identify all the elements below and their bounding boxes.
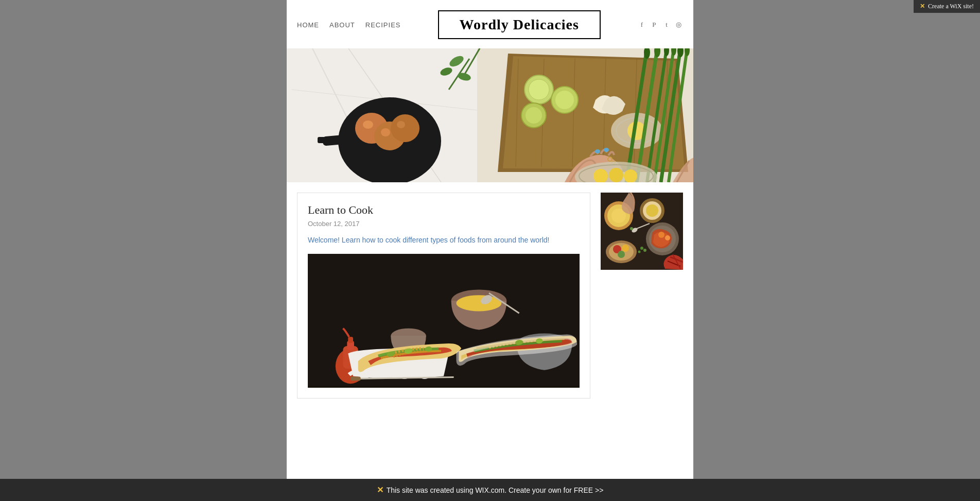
svg-point-88: [618, 251, 625, 258]
svg-point-28: [555, 91, 574, 109]
nav-bar: HOME ABOUT RECIPIES Wordly Delicacies f …: [287, 10, 693, 39]
wix-x-icon: ✕: [920, 3, 925, 10]
wix-bar-label: Create a WiX site!: [928, 3, 974, 10]
post-area: Learn to Cook October 12, 2017 Welcome! …: [297, 193, 590, 399]
svg-point-95: [643, 249, 646, 252]
svg-point-26: [529, 79, 549, 100]
nav-recipes[interactable]: RECIPIES: [365, 21, 401, 29]
svg-point-82: [658, 232, 664, 238]
post-title: Learn to Cook: [308, 203, 580, 217]
instagram-icon[interactable]: ◎: [675, 21, 683, 29]
site-wrapper: HOME ABOUT RECIPIES Wordly Delicacies f …: [287, 0, 693, 501]
bottom-bar-text: This site was created using WIX.com. Cre…: [387, 486, 604, 494]
food-svg: [308, 254, 580, 388]
svg-point-83: [665, 235, 670, 240]
svg-point-96: [638, 251, 641, 253]
hero-image: [287, 48, 693, 182]
svg-point-94: [640, 247, 643, 250]
nav-about[interactable]: ABOUT: [329, 21, 355, 29]
nav-links: HOME ABOUT RECIPIES: [297, 21, 400, 29]
svg-point-53: [609, 168, 623, 182]
svg-point-97: [630, 227, 633, 230]
sidebar: [601, 193, 683, 270]
wix-top-bar[interactable]: ✕ Create a WiX site!: [914, 0, 980, 13]
sidebar-featured-image[interactable]: [601, 193, 683, 270]
post-image: [308, 254, 580, 388]
wix-bottom-logo: ✕: [377, 485, 383, 495]
twitter-icon[interactable]: t: [662, 21, 671, 29]
svg-point-13: [397, 121, 405, 128]
post-date: October 12, 2017: [308, 220, 580, 228]
social-icons: f P t ◎: [638, 21, 683, 29]
svg-point-87: [622, 245, 629, 252]
svg-rect-7: [318, 137, 328, 143]
svg-point-30: [526, 107, 542, 124]
svg-point-46: [595, 149, 600, 153]
svg-point-11: [363, 120, 373, 129]
post-intro: Welcome! Learn how to cook different typ…: [308, 235, 580, 246]
facebook-icon[interactable]: f: [638, 21, 646, 29]
site-title: Wordly Delicacies: [438, 10, 601, 39]
post-card: Learn to Cook October 12, 2017 Welcome! …: [297, 193, 590, 399]
main-content: Learn to Cook October 12, 2017 Welcome! …: [287, 182, 693, 409]
svg-point-12: [381, 128, 390, 136]
svg-rect-59: [348, 337, 353, 343]
svg-point-54: [624, 169, 637, 182]
svg-point-79: [646, 204, 658, 217]
site-header: HOME ABOUT RECIPIES Wordly Delicacies f …: [287, 0, 693, 48]
bottom-bar: ✕ This site was created using WIX.com. C…: [0, 479, 980, 501]
svg-point-47: [604, 148, 609, 152]
nav-home[interactable]: HOME: [297, 21, 319, 29]
hero-svg: [287, 48, 693, 182]
svg-rect-72: [351, 377, 361, 381]
svg-point-10: [391, 114, 419, 142]
pinterest-icon[interactable]: P: [650, 21, 658, 29]
sidebar-svg: [601, 193, 683, 270]
